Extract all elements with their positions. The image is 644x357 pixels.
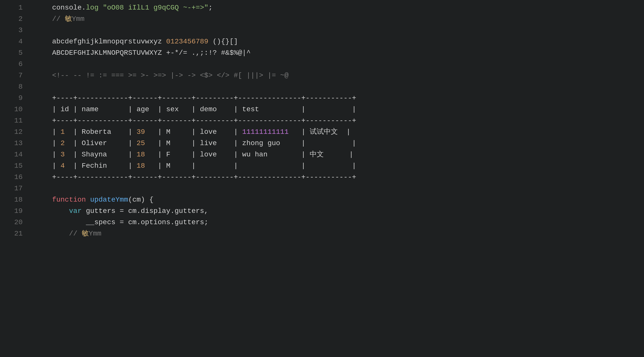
code-line-17: [35, 183, 644, 194]
line-num-5: 5: [0, 47, 23, 58]
code-line-20: __specs = cm.options.gutters;: [35, 217, 644, 228]
code-line-4: abcdefghijklmnopqrstuvwxyz 0123456789 ()…: [35, 36, 644, 47]
code-line-7: <!-- -- != := === >= >- >=> |-> -> <$> <…: [35, 70, 644, 81]
code-line-6: [35, 58, 644, 70]
line-num-18: 18: [0, 194, 23, 205]
line-num-15: 15: [0, 160, 23, 171]
code-line-19: var gutters = cm.display.gutters,: [35, 205, 644, 217]
line-numbers: 1 2 3 4 5 6 7 8 9 10 11 12 13 14 15 16 1…: [0, 0, 30, 357]
line-num-1: 1: [0, 2, 23, 13]
line-num-17: 17: [0, 183, 23, 194]
code-line-8: [35, 81, 644, 92]
code-line-18: function updateYmm(cm) {: [35, 194, 644, 205]
line-num-19: 19: [0, 205, 23, 217]
code-line-3: [35, 25, 644, 36]
line-num-12: 12: [0, 126, 23, 138]
line-num-10: 10: [0, 104, 23, 115]
code-line-21: // 敏Ymm: [35, 228, 644, 239]
code-line-11: +----+------------+------+-------+------…: [35, 115, 644, 126]
code-line-9: +----+------------+------+-------+------…: [35, 92, 644, 104]
code-line-15: | 4 | Fechin | 18 | M | | | |: [35, 160, 644, 171]
line-num-16: 16: [0, 171, 23, 183]
line-num-9: 9: [0, 92, 23, 104]
code-line-10: | id | name | age | sex | demo | test | …: [35, 104, 644, 115]
line-num-13: 13: [0, 138, 23, 149]
line-num-6: 6: [0, 58, 23, 70]
line-num-20: 20: [0, 217, 23, 228]
code-line-1: console.log "oO08 iIlL1 g9qCGQ ~-+=>";: [35, 2, 644, 13]
line-num-11: 11: [0, 115, 23, 126]
editor: 1 2 3 4 5 6 7 8 9 10 11 12 13 14 15 16 1…: [0, 0, 644, 357]
line-num-3: 3: [0, 25, 23, 36]
code-line-2: // 敏Ymm: [35, 13, 644, 25]
line-num-21: 21: [0, 228, 23, 239]
code-line-12: | 1 | Roberta | 39 | M | love | 11111111…: [35, 126, 644, 138]
line-num-8: 8: [0, 81, 23, 92]
code-area: console.log "oO08 iIlL1 g9qCGQ ~-+=>"; /…: [30, 0, 644, 357]
line-num-4: 4: [0, 36, 23, 47]
code-line-13: | 2 | Oliver | 25 | M | live | zhong guo…: [35, 138, 644, 149]
line-num-7: 7: [0, 70, 23, 81]
code-line-16: +----+------------+------+-------+------…: [35, 171, 644, 183]
line-num-2: 2: [0, 13, 23, 25]
code-line-14: | 3 | Shayna | 18 | F | love | wu han | …: [35, 149, 644, 160]
code-line-5: ABCDEFGHIJKLMNOPQRSTUVWXYZ +-*/= .,;:!? …: [35, 47, 644, 58]
line-num-14: 14: [0, 149, 23, 160]
